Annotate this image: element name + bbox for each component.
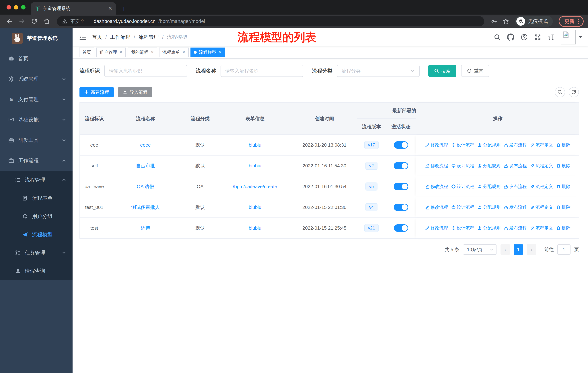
sidebar-item-infra[interactable]: 基础设施 xyxy=(0,110,73,130)
tag-home[interactable]: 首页 xyxy=(79,48,94,57)
sidebar-item-task-manage[interactable]: 任务管理 xyxy=(0,244,73,262)
url-bar[interactable]: 不安全 dashboard.yudao.iocoder.cn/bpm/manag… xyxy=(57,16,484,26)
sidebar-item-process-manage[interactable]: 流程管理 xyxy=(0,171,73,189)
delete-link[interactable]: 删除 xyxy=(556,142,570,148)
delete-link[interactable]: 删除 xyxy=(556,184,570,189)
edit-process-link[interactable]: 修改流程 xyxy=(425,225,448,231)
forward-icon[interactable] xyxy=(17,16,27,26)
edit-process-link[interactable]: 修改流程 xyxy=(425,184,448,189)
prev-page-button[interactable]: ‹ xyxy=(501,244,510,255)
fullscreen-icon[interactable] xyxy=(534,33,541,41)
sidebar-item-user-group[interactable]: 用户分组 xyxy=(0,207,73,225)
active-toggle[interactable] xyxy=(394,204,408,211)
process-definition-link[interactable]: 流程定义 xyxy=(530,204,553,210)
process-definition-link[interactable]: 流程定义 xyxy=(530,142,553,148)
active-toggle[interactable] xyxy=(394,141,408,149)
breadcrumb-item[interactable]: 工作流程 xyxy=(110,34,130,40)
publish-process-link[interactable]: 发布流程 xyxy=(504,142,527,148)
sidebar-item-devtools[interactable]: 研发工具 xyxy=(0,130,73,151)
sidebar-item-home[interactable]: 首页 xyxy=(0,49,73,69)
bookmark-star-icon[interactable] xyxy=(501,17,511,26)
process-key-input[interactable] xyxy=(109,68,182,74)
process-name-link[interactable]: 自己审批 xyxy=(136,163,155,169)
process-definition-link[interactable]: 流程定义 xyxy=(530,225,553,231)
github-icon[interactable] xyxy=(507,33,514,41)
design-process-link[interactable]: 设计流程 xyxy=(451,204,474,210)
back-icon[interactable] xyxy=(4,16,15,26)
publish-process-link[interactable]: 发布流程 xyxy=(504,204,527,210)
design-process-link[interactable]: 设计流程 xyxy=(451,225,474,231)
category-select[interactable]: 流程分类 xyxy=(337,65,420,77)
sidebar-item-process-model[interactable]: 流程模型 xyxy=(0,225,73,244)
tag-process-model[interactable]: 流程模型✕ xyxy=(190,48,225,57)
tab-close-icon[interactable]: ✕ xyxy=(108,5,112,11)
active-toggle[interactable] xyxy=(394,183,408,190)
zoom-window-button[interactable] xyxy=(21,5,26,10)
key-icon[interactable] xyxy=(489,17,499,26)
toggle-search-icon[interactable] xyxy=(555,87,565,97)
import-process-button[interactable]: 导入流程 xyxy=(118,87,152,97)
browser-update-button[interactable]: 更新 xyxy=(559,16,584,27)
process-definition-link[interactable]: 流程定义 xyxy=(530,163,553,169)
tag-tenant[interactable]: 租户管理✕ xyxy=(96,48,126,57)
assign-rule-link[interactable]: 分配规则 xyxy=(478,225,501,231)
sidebar-item-leave-query[interactable]: 请假查询 xyxy=(0,262,73,280)
reload-icon[interactable] xyxy=(29,16,39,26)
delete-link[interactable]: 删除 xyxy=(556,163,570,169)
sidebar-item-pay[interactable]: ¥ 支付管理 xyxy=(0,89,73,110)
edit-process-link[interactable]: 修改流程 xyxy=(425,204,448,210)
process-name-link[interactable]: OA 请假 xyxy=(137,183,154,190)
create-process-button[interactable]: 新建流程 xyxy=(79,87,114,97)
browser-menu-icon[interactable] xyxy=(578,19,579,24)
design-process-link[interactable]: 设计流程 xyxy=(451,184,474,189)
active-toggle[interactable] xyxy=(394,224,408,232)
process-name-input[interactable] xyxy=(225,68,299,74)
browser-tab[interactable]: 芋道管理系统 ✕ xyxy=(31,2,116,15)
delete-link[interactable]: 删除 xyxy=(556,204,570,210)
assign-rule-link[interactable]: 分配规则 xyxy=(478,142,501,148)
assign-rule-link[interactable]: 分配规则 xyxy=(478,204,501,210)
tag-my-process[interactable]: 我的流程✕ xyxy=(128,48,157,57)
page-size-select[interactable]: 10条/页 xyxy=(463,244,497,255)
sidebar-item-workflow[interactable]: 工作流程 xyxy=(0,151,73,171)
form-info-link[interactable]: biubiu xyxy=(249,204,261,210)
font-size-icon[interactable] xyxy=(547,33,555,41)
new-tab-button[interactable]: + xyxy=(116,5,126,15)
reset-button[interactable]: 重置 xyxy=(461,65,489,77)
assign-rule-link[interactable]: 分配规则 xyxy=(478,184,501,189)
assign-rule-link[interactable]: 分配规则 xyxy=(478,163,501,169)
sidebar-item-process-form[interactable]: 流程表单 xyxy=(0,189,73,207)
design-process-link[interactable]: 设计流程 xyxy=(451,163,474,169)
breadcrumb-item[interactable]: 流程管理 xyxy=(138,34,159,40)
close-icon[interactable]: ✕ xyxy=(219,50,222,55)
close-icon[interactable]: ✕ xyxy=(151,50,154,55)
process-definition-link[interactable]: 流程定义 xyxy=(530,184,553,189)
current-page-button[interactable]: 1 xyxy=(514,244,523,255)
edit-process-link[interactable]: 修改流程 xyxy=(425,163,448,169)
search-icon[interactable] xyxy=(494,33,501,41)
form-info-link[interactable]: biubiu xyxy=(249,163,261,169)
publish-process-link[interactable]: 发布流程 xyxy=(504,225,527,231)
home-icon[interactable] xyxy=(42,16,52,26)
breadcrumb-item[interactable]: 首页 xyxy=(92,34,102,40)
form-info-link[interactable]: biubiu xyxy=(249,142,261,148)
next-page-button[interactable]: › xyxy=(527,244,536,255)
close-window-button[interactable] xyxy=(7,5,11,10)
refresh-icon[interactable] xyxy=(569,87,579,97)
form-info-link[interactable]: /bpm/oa/leave/create xyxy=(233,184,277,189)
user-menu[interactable] xyxy=(561,30,582,44)
close-icon[interactable]: ✕ xyxy=(182,50,185,55)
publish-process-link[interactable]: 发布流程 xyxy=(504,184,527,189)
process-name-link[interactable]: eeee xyxy=(140,142,151,148)
search-button[interactable]: 搜索 xyxy=(428,65,456,77)
delete-link[interactable]: 删除 xyxy=(556,225,570,231)
tag-process-form[interactable]: 流程表单✕ xyxy=(159,48,189,57)
goto-page-input[interactable] xyxy=(558,247,570,252)
process-name-link[interactable]: 测试多审批人 xyxy=(131,204,160,211)
publish-process-link[interactable]: 发布流程 xyxy=(504,163,527,169)
close-icon[interactable]: ✕ xyxy=(119,50,123,55)
edit-process-link[interactable]: 修改流程 xyxy=(425,142,448,148)
hamburger-icon[interactable] xyxy=(79,33,87,41)
design-process-link[interactable]: 设计流程 xyxy=(451,142,474,148)
active-toggle[interactable] xyxy=(394,162,408,169)
